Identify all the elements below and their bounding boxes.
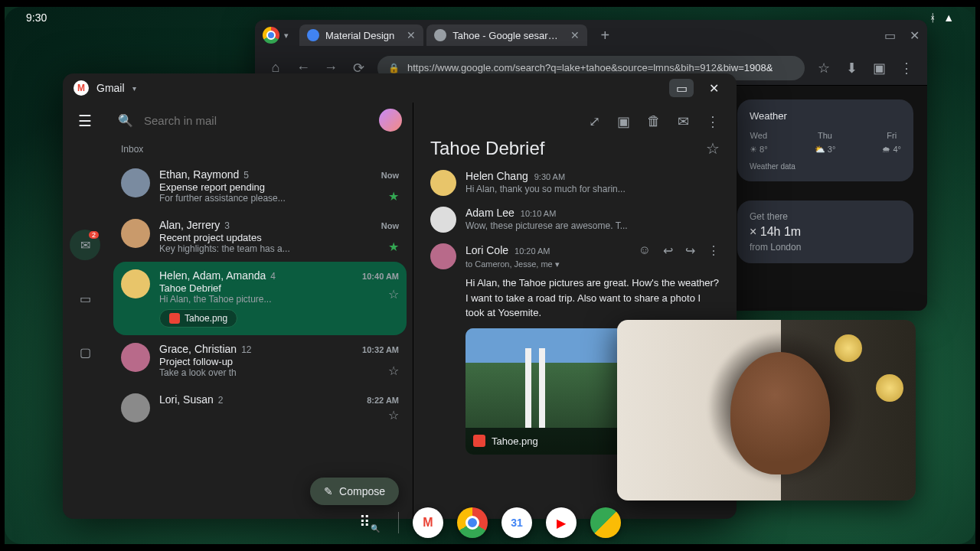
taskbar-app-youtube[interactable]: ▶ <box>546 507 577 538</box>
thread-item[interactable]: Helen, Adam, Amanda410:40 AMTahoe Debrie… <box>113 262 407 335</box>
thread-subject: Recent project updates <box>159 232 399 243</box>
reply-icon[interactable]: ↩ <box>663 243 673 258</box>
thread-senders: Lori, Susan <box>159 393 214 406</box>
message-subject: Tahoe Debrief <box>430 138 544 159</box>
weather-card[interactable]: Weather Wed☀ 8° Thu⛅ 3° Fri🌧 4° Weather … <box>737 99 913 181</box>
thread-item[interactable]: Grace, Christian1210:32 AMProject follow… <box>113 335 407 386</box>
mail-icon: ✉ <box>80 238 90 253</box>
sender-avatar <box>121 393 150 422</box>
delete-icon[interactable]: 🗑 <box>647 113 661 130</box>
close-icon[interactable]: ✕ <box>910 28 920 43</box>
taskbar-app-chrome[interactable] <box>457 507 488 538</box>
star-icon[interactable]: ☆ <box>388 408 399 422</box>
close-icon[interactable]: ✕ <box>570 29 580 41</box>
thread-snippet: Key highlights: the team has a... <box>159 243 399 254</box>
thread-count: 5 <box>243 170 249 181</box>
message[interactable]: Helen Chang9:30 AMHi Alan, thank you so … <box>430 170 720 196</box>
thread-item[interactable]: Lori, Susan28:22 AM☆ <box>113 386 407 430</box>
thread-item[interactable]: Alan, Jerrery3NowRecent project updatesK… <box>113 211 407 262</box>
star-icon[interactable]: ★ <box>388 240 399 254</box>
sender-avatar <box>430 170 456 196</box>
close-icon[interactable]: ✕ <box>701 79 726 97</box>
clock: 9:30 <box>26 11 47 24</box>
menu-icon[interactable]: ⋮ <box>898 60 915 77</box>
nav-meet[interactable]: ▢ <box>70 337 100 367</box>
card-heading: Weather <box>750 110 901 122</box>
thread-subject: Project follow-up <box>159 356 399 367</box>
expand-icon[interactable]: ⤢ <box>589 113 600 130</box>
search-input[interactable] <box>142 113 370 128</box>
star-icon[interactable]: ☆ <box>815 60 832 77</box>
nav-chat[interactable]: ▭ <box>70 283 100 314</box>
forward-icon[interactable]: ↪ <box>685 243 695 258</box>
search-icon[interactable]: 🔍 <box>118 113 133 128</box>
thread-snippet: Take a look over th <box>159 367 399 378</box>
star-icon[interactable]: ☆ <box>706 139 720 158</box>
status-bar: 9:30 ᚼ ▲ <box>5 7 975 28</box>
message-preview: Wow, these picturese are awesome. T... <box>466 220 720 231</box>
thread-time: Now <box>381 221 399 230</box>
message-time: 10:20 AM <box>514 246 550 256</box>
lock-icon: 🔒 <box>388 63 400 73</box>
travel-from: from London <box>750 242 901 253</box>
message-from: Lori Cole <box>466 244 508 256</box>
weather-day: Thu⛅ 3° <box>815 129 836 156</box>
weather-day: Fri🌧 4° <box>882 129 901 156</box>
more-icon[interactable]: ⋮ <box>707 243 720 258</box>
emoji-icon[interactable]: ☺ <box>639 243 651 258</box>
download-icon[interactable]: ⬇ <box>843 60 860 77</box>
sender-avatar <box>121 269 150 298</box>
chevron-down-icon[interactable]: ▾ <box>132 84 136 93</box>
extensions-icon[interactable]: ▣ <box>871 60 887 77</box>
thread-time: Now <box>381 171 399 180</box>
taskbar-app-calendar[interactable]: 31 <box>501 507 532 538</box>
thread-subject: Expense report pending <box>159 181 399 193</box>
gmail-titlebar: M Gmail ▾ ▭ ✕ <box>63 73 737 103</box>
message[interactable]: Adam Lee10:10 AMWow, these picturese are… <box>430 207 720 233</box>
thread-senders: Ethan, Raymond <box>159 168 239 181</box>
message-time: 9:30 AM <box>534 172 565 181</box>
thread-list-pane: 🔍 Inbox Ethan, Raymond5NowExpense report… <box>107 103 413 519</box>
attachment-chip[interactable]: Tahoe.png <box>159 309 237 328</box>
compose-label: Compose <box>339 485 385 497</box>
travel-duration: × 14h 1m <box>750 225 901 239</box>
gmail-logo-icon: M <box>74 80 89 96</box>
nav-mail[interactable]: ✉ 2 <box>70 230 100 260</box>
window-restore-icon[interactable]: ▭ <box>884 28 896 43</box>
app-title: Gmail <box>96 82 125 94</box>
taskbar-app-meet[interactable] <box>590 507 621 538</box>
travel-card[interactable]: Get there × 14h 1m from London <box>737 201 913 263</box>
account-avatar[interactable] <box>379 109 402 132</box>
chevron-down-icon[interactable]: ▾ <box>284 31 289 41</box>
archive-icon[interactable]: ▣ <box>617 113 630 130</box>
person-face <box>730 352 830 474</box>
sender-avatar <box>430 243 456 269</box>
video-call-pip[interactable] <box>617 320 916 500</box>
message-time: 10:10 AM <box>521 209 556 218</box>
sender-avatar <box>121 343 150 372</box>
sender-avatar <box>121 219 150 248</box>
app-launcher-icon[interactable]: ⠿🔍 <box>359 513 380 533</box>
message-from: Adam Lee <box>466 207 514 219</box>
star-icon[interactable]: ☆ <box>388 287 399 302</box>
lamp-decoration <box>876 374 903 402</box>
star-icon[interactable]: ★ <box>388 189 399 204</box>
url-text: https://www.google.com/search?q=lake+tah… <box>407 62 773 73</box>
message-recipients: to Cameron, Jesse, me ▾ <box>466 259 720 269</box>
favicon-icon <box>434 29 446 41</box>
more-icon[interactable]: ⋮ <box>706 113 720 130</box>
taskbar-app-gmail[interactable]: M <box>413 507 443 538</box>
thread-count: 4 <box>270 271 276 282</box>
close-icon[interactable]: ✕ <box>407 29 416 41</box>
chevron-down-icon[interactable]: ▾ <box>555 259 560 269</box>
thread-item[interactable]: Ethan, Raymond5NowExpense report pending… <box>113 161 407 211</box>
menu-icon[interactable]: ☰ <box>78 112 92 130</box>
thread-snippet: Hi Alan, the Tahoe picture... <box>159 294 399 305</box>
mark-unread-icon[interactable]: ✉ <box>678 113 689 130</box>
sender-avatar <box>121 168 150 197</box>
window-restore-icon[interactable]: ▭ <box>669 79 694 97</box>
thread-subject: Tahoe Debrief <box>159 282 399 294</box>
thread-count: 2 <box>218 395 224 406</box>
star-icon[interactable]: ☆ <box>388 364 399 378</box>
thread-count: 3 <box>224 220 230 231</box>
